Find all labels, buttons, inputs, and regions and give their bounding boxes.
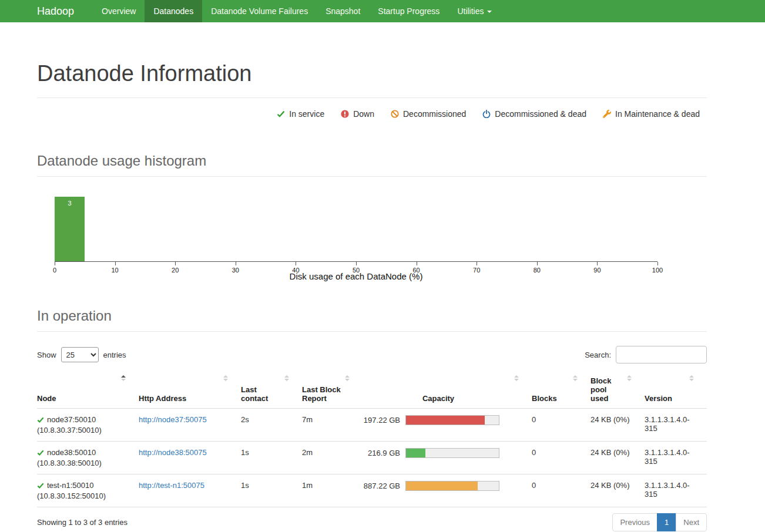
check-icon xyxy=(277,110,285,118)
x-tick-mark xyxy=(296,262,296,265)
node-cell: test-n1:50010 (10.8.30.152:50010) xyxy=(37,474,139,507)
table-row: node37:50010 (10.8.30.37:50010) http://n… xyxy=(37,409,707,442)
search-control: Search: xyxy=(585,346,707,363)
column-header-capacity[interactable]: Capacity xyxy=(363,372,532,409)
block-pool-used-cell: 24 KB (0%) xyxy=(590,442,645,474)
block-pool-used-cell: 24 KB (0%) xyxy=(590,474,645,507)
x-tick-label: 20 xyxy=(172,267,179,274)
brand-hadoop[interactable]: Hadoop xyxy=(37,0,74,22)
legend-decommissioned-dead: Decommissioned & dead xyxy=(482,109,586,119)
datanodes-table: Node Http Address Last contact Last Bloc… xyxy=(37,372,707,507)
page-1-button[interactable]: 1 xyxy=(657,513,676,531)
previous-button[interactable]: Previous xyxy=(612,513,657,531)
node-cell: node37:50010 (10.8.30.37:50010) xyxy=(37,409,139,442)
capacity-progress-fill xyxy=(406,416,485,425)
column-header-block-pool-used[interactable]: Block pool used xyxy=(590,372,645,409)
legend-decommissioned: Decommissioned xyxy=(391,109,466,119)
navbar-inner: Hadoop Overview Datanodes Datanode Volum… xyxy=(37,0,707,22)
legend-label: Decommissioned xyxy=(403,109,466,119)
pagination: Previous 1 Next xyxy=(612,513,707,531)
header-label: Block pool used xyxy=(590,376,616,403)
last-contact-cell: 1s xyxy=(241,474,302,507)
sort-icon[interactable] xyxy=(514,375,519,381)
histogram-section-title: Datanode usage histogram xyxy=(37,153,707,169)
legend-label: Decommissioned & dead xyxy=(495,109,586,119)
x-tick-mark xyxy=(55,262,55,265)
http-address-link[interactable]: http://node37:50075 xyxy=(139,415,207,424)
column-header-http-address[interactable]: Http Address xyxy=(139,372,241,409)
legend-in-service: In service xyxy=(277,109,324,119)
x-tick-mark xyxy=(417,262,417,265)
nav-item-datanodes[interactable]: Datanodes xyxy=(145,0,202,22)
x-tick-label: 60 xyxy=(412,267,420,274)
capacity-value: 197.22 GB xyxy=(363,416,400,425)
sort-icon[interactable] xyxy=(223,375,228,381)
header-label: Last Block Report xyxy=(302,385,345,403)
x-tick-mark xyxy=(537,262,538,265)
sort-icon[interactable] xyxy=(345,375,350,381)
main-content: Datanode Information In service Down Dec… xyxy=(37,61,707,531)
nav-item-utilities[interactable]: Utilities xyxy=(448,0,500,22)
header-label: Blocks xyxy=(532,394,557,403)
http-address-link[interactable]: http://test-n1:50075 xyxy=(139,481,204,490)
sort-icon[interactable] xyxy=(627,375,632,381)
http-address-link[interactable]: http://node38:50075 xyxy=(139,448,207,457)
datanode-usage-histogram: 3 Disk usage of each DataNode (%) 010203… xyxy=(37,197,707,290)
http-address-cell: http://test-n1:50075 xyxy=(139,474,241,507)
node-address: (10.8.30.38:50010) xyxy=(37,459,133,467)
table-info: Showing 1 to 3 of 3 entries xyxy=(37,518,127,527)
utilities-label: Utilities xyxy=(457,6,484,16)
x-tick-label: 10 xyxy=(111,267,118,274)
capacity-cell: 197.22 GB xyxy=(363,409,532,442)
capacity-progress-fill xyxy=(406,482,478,490)
legend-label: In Maintenance & dead xyxy=(615,109,700,119)
column-header-last-contact[interactable]: Last contact xyxy=(241,372,302,409)
nav-item-overview[interactable]: Overview xyxy=(93,0,145,22)
node-address: (10.8.30.152:50010) xyxy=(37,491,133,500)
column-header-node[interactable]: Node xyxy=(37,372,139,409)
x-tick-mark xyxy=(175,262,176,265)
x-tick-label: 100 xyxy=(652,267,663,274)
nav-item-startup-progress[interactable]: Startup Progress xyxy=(369,0,448,22)
legend-in-maintenance-dead: In Maintenance & dead xyxy=(603,109,700,119)
column-header-version[interactable]: Version xyxy=(645,372,707,409)
node-address: (10.8.30.37:50010) xyxy=(37,426,133,435)
navbar: Hadoop Overview Datanodes Datanode Volum… xyxy=(0,0,765,22)
show-entries-control: Show 25 entries xyxy=(37,347,126,362)
last-contact-cell: 2s xyxy=(241,409,302,442)
http-address-cell: http://node37:50075 xyxy=(139,409,241,442)
node-name: node38:50010 xyxy=(47,448,96,457)
capacity-value: 216.9 GB xyxy=(363,449,400,457)
x-tick-mark xyxy=(477,262,477,265)
blocks-cell: 0 xyxy=(532,409,590,442)
column-header-blocks[interactable]: Blocks xyxy=(532,372,590,409)
table-controls: Show 25 entries Search: xyxy=(37,346,707,363)
next-button[interactable]: Next xyxy=(676,513,707,531)
check-icon xyxy=(37,416,44,423)
last-block-report-cell: 1m xyxy=(302,474,363,507)
blocks-cell: 0 xyxy=(532,474,590,507)
search-input[interactable] xyxy=(616,346,707,363)
node-cell: node38:50010 (10.8.30.38:50010) xyxy=(37,442,139,474)
sort-icon[interactable] xyxy=(689,375,694,381)
nav-item-datanode-volume-failures[interactable]: Datanode Volume Failures xyxy=(202,0,317,22)
x-tick-label: 50 xyxy=(353,267,360,274)
nav-item-snapshot[interactable]: Snapshot xyxy=(317,0,369,22)
column-header-last-block-report[interactable]: Last Block Report xyxy=(302,372,363,409)
x-tick-mark xyxy=(356,262,357,265)
header-label: Node xyxy=(37,394,56,403)
x-axis: Disk usage of each DataNode (%) 01020304… xyxy=(55,262,657,290)
x-tick-label: 70 xyxy=(473,267,480,274)
sort-icon[interactable] xyxy=(573,375,578,381)
sort-icon[interactable] xyxy=(121,375,126,381)
power-off-icon xyxy=(482,110,491,118)
header-label: Last contact xyxy=(241,385,275,403)
x-tick-mark xyxy=(115,262,116,265)
page-size-select[interactable]: 25 xyxy=(61,347,99,362)
table-footer: Showing 1 to 3 of 3 entries Previous 1 N… xyxy=(37,513,707,531)
sort-icon[interactable] xyxy=(284,375,289,381)
version-cell: 3.1.1.3.1.4.0-315 xyxy=(645,409,707,442)
check-icon xyxy=(37,482,44,489)
x-tick-label: 40 xyxy=(292,267,299,274)
http-address-cell: http://node38:50075 xyxy=(139,442,241,474)
